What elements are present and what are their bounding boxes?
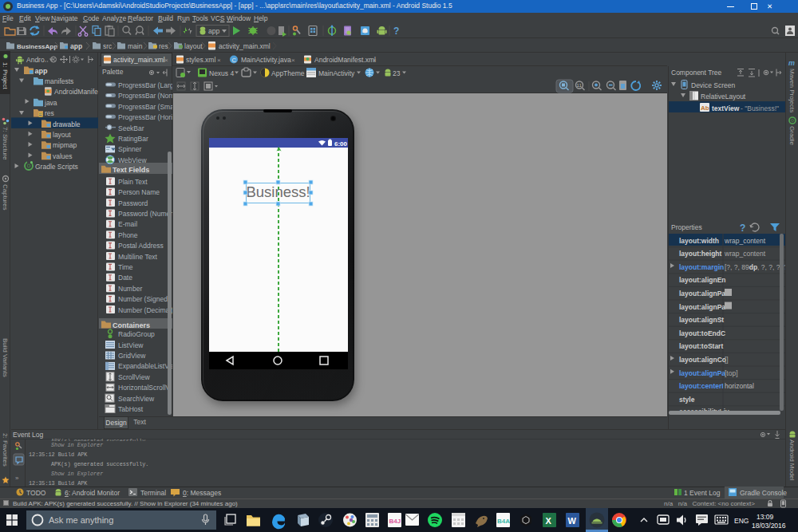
svg-text:layout:alignEn: layout:alignEn xyxy=(679,276,726,284)
svg-text:Password: Password xyxy=(118,199,148,207)
svg-text:activity_main.xml: activity_main.xml xyxy=(113,56,165,64)
svg-text:Phone: Phone xyxy=(118,231,138,239)
svg-text:ProgressBar (Smal: ProgressBar (Smal xyxy=(118,103,172,111)
svg-text:RadioGroup: RadioGroup xyxy=(118,330,155,338)
svg-text:mipmap: mipmap xyxy=(53,141,77,149)
svg-text:styles.xml: styles.xml xyxy=(186,56,215,64)
svg-text:C: C xyxy=(232,57,237,64)
svg-text:ProgressBar (Large: ProgressBar (Large xyxy=(118,81,172,89)
svg-text:ScrollView: ScrollView xyxy=(118,373,150,381)
svg-text:MainActivity: MainActivity xyxy=(318,69,355,77)
svg-text:SeekBar: SeekBar xyxy=(118,124,144,132)
svg-text:wrap_content: wrap_content xyxy=(724,250,766,258)
svg-text:[]: [] xyxy=(725,356,729,364)
svg-text:Time: Time xyxy=(118,263,133,271)
svg-text:Date: Date xyxy=(118,274,132,282)
svg-text:style: style xyxy=(679,396,695,404)
svg-text:layout: layout xyxy=(53,131,71,139)
svg-text:1 Event Log: 1 Event Log xyxy=(684,489,721,497)
svg-text:Multiline Text: Multiline Text xyxy=(118,253,158,261)
svg-text:layout:alignPa: layout:alignPa xyxy=(679,369,725,377)
svg-text:horizontal: horizontal xyxy=(725,382,754,390)
svg-text:ProgressBar (Horiz: ProgressBar (Horiz xyxy=(118,113,172,121)
svg-text:W: W xyxy=(568,516,577,526)
svg-text:AndroidManifest.xml: AndroidManifest.xml xyxy=(314,56,376,64)
svg-text:X: X xyxy=(546,516,552,526)
svg-text:Ask me anything: Ask me anything xyxy=(49,515,113,525)
svg-text:×: × xyxy=(373,57,377,64)
svg-text:activity_main.xml: activity_main.xml xyxy=(219,42,271,50)
svg-text:RatingBar: RatingBar xyxy=(118,135,148,143)
svg-text:×: × xyxy=(164,57,168,64)
svg-text:Gradle Scripts: Gradle Scripts xyxy=(35,163,78,171)
svg-text:res: res xyxy=(159,42,168,50)
svg-text:13:09: 13:09 xyxy=(757,513,774,521)
svg-text:ExpandableListVie: ExpandableListVie xyxy=(118,362,172,370)
svg-text:?: ? xyxy=(393,26,399,37)
svg-text:×: × xyxy=(291,57,295,64)
svg-text:[?, ?, 89dp, ?, ?, ?, ?: [?, ?, 89dp, ?, ?, ?, ? xyxy=(725,263,785,271)
svg-text:Password (Numer: Password (Numer xyxy=(118,210,172,218)
svg-text:ENG: ENG xyxy=(734,517,749,525)
svg-text:BusinessApp: BusinessApp xyxy=(17,43,57,50)
svg-text:Spinner: Spinner xyxy=(118,145,141,153)
svg-text:res: res xyxy=(45,109,54,117)
svg-text:app: app xyxy=(35,67,49,75)
svg-text:Containers: Containers xyxy=(113,321,150,329)
svg-text:RelativeLayout: RelativeLayout xyxy=(701,93,746,100)
svg-text:18/03/2016: 18/03/2016 xyxy=(752,522,786,530)
svg-text:app: app xyxy=(208,27,219,35)
svg-text:6: Android Monitor: 6: Android Monitor xyxy=(65,489,120,497)
svg-text:Terminal: Terminal xyxy=(140,489,166,497)
svg-text:Nexus 4: Nexus 4 xyxy=(209,69,234,77)
svg-text:java: java xyxy=(44,99,57,107)
svg-text:11: 11 xyxy=(577,83,583,88)
svg-text:layout:margin: layout:margin xyxy=(679,263,724,271)
svg-text:Number (Decimal): Number (Decimal) xyxy=(118,306,172,314)
svg-text:TabHost: TabHost xyxy=(118,405,144,413)
svg-text:GridView: GridView xyxy=(118,352,146,360)
svg-text:E-mail: E-mail xyxy=(118,220,137,228)
svg-text:»: » xyxy=(15,475,19,482)
svg-text:drawable: drawable xyxy=(53,120,81,128)
svg-text:Device Screen: Device Screen xyxy=(691,81,736,89)
svg-text:SearchView: SearchView xyxy=(118,395,155,403)
svg-text:B4J: B4J xyxy=(389,518,401,525)
svg-text:ProgressBar (Norm: ProgressBar (Norm xyxy=(118,92,172,100)
svg-text:0: Messages: 0: Messages xyxy=(183,489,221,497)
svg-text:Gradle Console: Gradle Console xyxy=(740,489,787,497)
svg-text:[top]: [top] xyxy=(725,369,738,377)
svg-text:src: src xyxy=(103,42,113,50)
svg-text:layout:toEndC: layout:toEndC xyxy=(679,329,725,337)
svg-text:6:00: 6:00 xyxy=(334,140,348,148)
svg-text:Andro: Andro xyxy=(26,56,45,64)
svg-text:Plain Text: Plain Text xyxy=(118,178,148,186)
svg-text:wrap_content: wrap_content xyxy=(724,237,766,245)
svg-text:layout:alignCo: layout:alignCo xyxy=(679,356,726,364)
svg-text:layout:alignPa: layout:alignPa xyxy=(679,303,725,311)
svg-text:Number: Number xyxy=(118,285,142,293)
svg-text:HorizontalScrollVi: HorizontalScrollVi xyxy=(118,384,172,392)
svg-text:Ab: Ab xyxy=(701,104,709,112)
svg-text:Postal Address: Postal Address xyxy=(118,242,164,250)
svg-text:×: × xyxy=(217,57,221,64)
svg-text:layout:alignSt: layout:alignSt xyxy=(679,316,724,324)
svg-text:AppTheme: AppTheme xyxy=(271,69,305,77)
svg-text:TODO: TODO xyxy=(26,489,46,497)
svg-text:ListView: ListView xyxy=(118,341,144,349)
svg-text:Person Name: Person Name xyxy=(118,188,160,196)
svg-text:manifests: manifests xyxy=(45,77,73,85)
svg-text:Number (Signed): Number (Signed) xyxy=(118,295,170,303)
svg-text:textView: textView xyxy=(712,104,740,112)
svg-text:layout:alignPa: layout:alignPa xyxy=(679,290,725,298)
svg-text:layout: layout xyxy=(184,42,203,50)
svg-text:AndroidManife: AndroidManife xyxy=(54,88,98,96)
svg-text:?: ? xyxy=(740,223,745,233)
svg-text:B4A: B4A xyxy=(497,518,510,525)
svg-text:app: app xyxy=(70,42,82,50)
svg-text:main: main xyxy=(128,42,143,50)
svg-text:layout:height: layout:height xyxy=(679,250,722,258)
svg-text:Text Fields: Text Fields xyxy=(113,166,149,174)
svg-text:MainActivity.java: MainActivity.java xyxy=(241,56,291,64)
svg-text:WebView: WebView xyxy=(118,156,147,164)
